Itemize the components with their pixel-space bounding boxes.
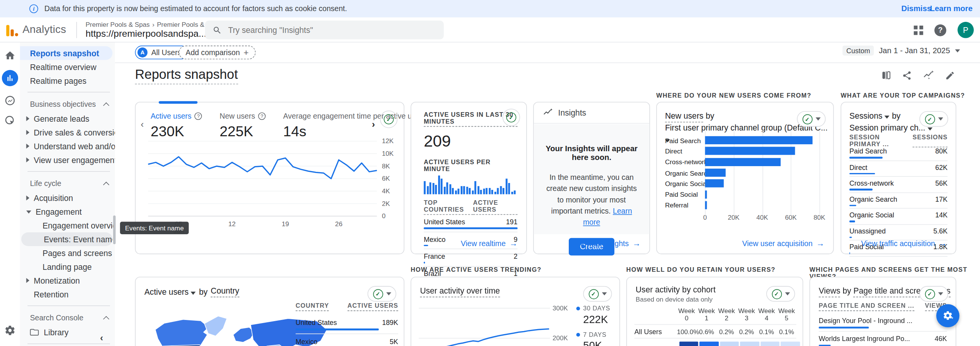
sidebar-item-generate-leads[interactable]: Generate leads [20, 112, 115, 126]
week-label: Week 0 [677, 307, 696, 322]
minute-bar [500, 186, 502, 194]
sidebar-scrollbar[interactable] [113, 215, 116, 244]
col-page-title: PAGE TITLE AND SCREEN ... [819, 302, 914, 311]
sidebar-item-understand-web-and-or-app-t-[interactable]: Understand web and/or app t... [20, 139, 115, 153]
prev-metrics-icon[interactable]: ‹ [141, 119, 144, 129]
assistant-fab[interactable] [936, 304, 959, 327]
home-icon[interactable] [4, 50, 15, 61]
session-label: Organic Search [849, 195, 897, 203]
collapse-sidebar-icon[interactable]: ‹ [100, 332, 103, 343]
dimension-selector[interactable]: Country [211, 286, 239, 297]
comparison-icon[interactable] [881, 70, 891, 81]
estimation-banner: i Data for this property is now being es… [0, 0, 980, 18]
session-bar [849, 252, 850, 254]
activity-title: User activity over time [420, 286, 500, 297]
metric-selector[interactable]: New users [665, 111, 703, 122]
apps-grid-icon[interactable] [914, 25, 923, 34]
data-quality-dropdown[interactable]: ✓ [919, 286, 948, 302]
data-quality-badge[interactable]: ✓ [502, 109, 520, 126]
page-label: Design Your Pool - Inground ... [819, 317, 912, 324]
learn-more-link[interactable]: Learn more [930, 4, 972, 13]
sidebar-item-realtime-pages[interactable]: Realtime pages [20, 74, 115, 88]
sidebar-item-realtime-overview[interactable]: Realtime overview [20, 60, 115, 74]
sidebar-item-monetization[interactable]: Monetization [20, 274, 115, 287]
help-icon[interactable]: ? [934, 24, 946, 36]
active-tab-indicator [159, 101, 197, 104]
reports-icon[interactable] [2, 70, 18, 86]
view-traffic-acquisition-link[interactable]: View traffic acquisition→ [861, 238, 947, 248]
sidebar-item-acquisition[interactable]: Acquisition [20, 191, 115, 205]
col-country: COUNTRY [295, 302, 329, 311]
views-bar [819, 326, 868, 328]
view-user-acquisition-link[interactable]: View user acquisition→ [742, 238, 824, 248]
data-quality-dropdown[interactable]: ✓ [797, 111, 826, 127]
sidebar-section-search-console[interactable]: Search Console [20, 310, 115, 325]
metric-selector[interactable]: Sessions [849, 111, 890, 120]
metric-active-users[interactable]: Active users?230K [151, 112, 202, 140]
search-input[interactable] [228, 25, 436, 34]
breadcrumb[interactable]: Premier Pools & Spas › Premier Pools & S… [85, 21, 221, 28]
advertising-icon[interactable] [4, 115, 15, 126]
edit-pencil-icon[interactable] [945, 70, 955, 80]
help-icon[interactable]: ? [258, 113, 266, 120]
sidebar-item-view-user-engagement-rete-[interactable]: View user engagement & rete... [20, 153, 115, 167]
sidebar-item-engagement-overview[interactable]: Engagement overview [20, 219, 115, 232]
insights-headline: Your Insights will appear here soon. [543, 144, 641, 162]
country-bar [424, 245, 428, 246]
channel-label: Organic Search [657, 169, 696, 176]
cohort-table: Week 0Week 1Week 2Week 3Week 4Week 5All … [634, 304, 796, 346]
minute-bar [497, 188, 499, 194]
data-quality-dropdown[interactable]: ✓ [919, 111, 948, 127]
channel-row: Paid Social [657, 189, 833, 200]
metric-selector[interactable]: Active users [144, 287, 196, 296]
cohort-header-row: Week 0Week 1Week 2Week 3Week 4Week 5 [634, 304, 796, 324]
help-icon[interactable]: ? [195, 113, 202, 120]
avatar[interactable]: P [957, 22, 973, 38]
data-quality-dropdown[interactable]: ✓ [583, 286, 612, 302]
minute-bar [449, 184, 451, 194]
arrow-right-icon: → [509, 238, 517, 248]
admin-gear-icon[interactable] [0, 325, 20, 336]
session-label: Organic Social [849, 211, 894, 219]
dismiss-button[interactable]: Dismiss [901, 4, 931, 13]
page-row: Worlds Largest Inground Po...46K [819, 331, 947, 346]
metric-new-users[interactable]: New users?225K [220, 112, 266, 140]
session-row: Organic Social14K [849, 209, 947, 225]
sidebar-item-engagement[interactable]: Engagement [20, 205, 115, 219]
sidebar-section-business-objectives[interactable]: Business objectives [20, 97, 115, 112]
view-all-insights-link[interactable]: View all insights→ [576, 238, 641, 248]
chevron-right-icon [26, 130, 29, 135]
metric-selector[interactable]: Views [819, 286, 840, 297]
cohort-pct: 0.1% [757, 328, 776, 336]
svg-text:2K: 2K [382, 200, 390, 207]
data-quality-dropdown[interactable]: ✓ [766, 286, 795, 302]
minute-bar [455, 191, 456, 194]
country-label: United States [424, 218, 465, 225]
sidebar-item-landing-page[interactable]: Landing page [20, 260, 115, 274]
sidebar-item-drive-sales-conversions[interactable]: Drive sales & conversions [20, 126, 115, 139]
property-selector[interactable]: https://premierpoolsandspa... [85, 28, 221, 39]
insights-icon [543, 108, 553, 117]
cohort-pct: 0.6% [697, 328, 716, 336]
sidebar-item-events-event-name[interactable]: Events: Event name [21, 232, 112, 246]
view-realtime-link[interactable]: View realtime→ [461, 238, 517, 248]
data-quality-badge[interactable]: ✓ [380, 111, 398, 128]
sidebar-item-pages-and-screens[interactable]: Pages and screens [20, 246, 115, 260]
insights-icon[interactable] [923, 70, 934, 81]
dimension-selector[interactable]: Session primary ch... [849, 123, 932, 132]
date-range-picker[interactable]: Custom Jan 1 - Jan 31, 2025 [842, 46, 960, 55]
sidebar-item-retention[interactable]: Retention [20, 287, 115, 301]
sidebar-section-life-cycle[interactable]: Life cycle [20, 176, 115, 191]
search-bar[interactable] [205, 21, 444, 39]
cohort-subtitle: Based on device data only [636, 295, 713, 303]
minute-bar [452, 188, 454, 194]
share-icon[interactable] [902, 70, 912, 80]
sidebar-item-reports-snapshot[interactable]: Reports snapshot [20, 46, 112, 60]
country-map-card: Active users by Country ✓ [135, 277, 404, 346]
data-quality-dropdown[interactable]: ✓ [368, 286, 396, 302]
add-comparison-chip[interactable]: Add comparison + [179, 46, 255, 59]
explore-icon[interactable] [4, 95, 15, 106]
metric-average-engagement-time-per-active-us[interactable]: Average engagement time per active us?14… [283, 112, 426, 140]
minute-bar [466, 187, 468, 194]
session-value: 14K [935, 211, 947, 219]
